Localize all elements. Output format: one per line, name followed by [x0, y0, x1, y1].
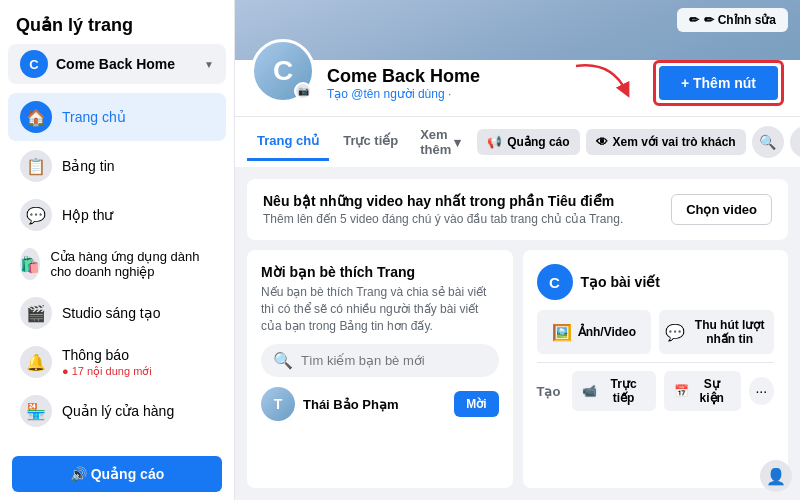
home-icon: 🏠: [20, 101, 52, 133]
featured-title: Nêu bật những video hay nhất trong phần …: [263, 193, 623, 209]
sidebar: Quản lý trang C Come Back Home ▼ 🏠 Trang…: [0, 0, 235, 500]
shop-icon: 🛍️: [20, 248, 40, 280]
page-profile-avatar: C 📷: [251, 39, 315, 103]
store-icon: 🏪: [20, 395, 52, 427]
more-dots-icon: ···: [755, 383, 767, 399]
tab-xem-them[interactable]: Xem thêm ▾: [412, 117, 469, 167]
quang-cao-button[interactable]: 📢 Quảng cáo: [477, 129, 579, 155]
main-content: ✏ ✏ Chỉnh sửa C 📷 Come Back Home Tạo @tê…: [235, 0, 800, 500]
search-icon: 🔍: [273, 351, 293, 370]
sidebar-item-thong-bao[interactable]: 🔔 Thông báo ● 17 nội dung mới: [8, 338, 226, 386]
profile-header: ✏ ✏ Chỉnh sửa C 📷 Come Back Home Tạo @tê…: [235, 0, 800, 167]
invite-friend-button[interactable]: Mời: [454, 391, 498, 417]
featured-subtitle: Thêm lên đến 5 video đáng chú ý vào đầu …: [263, 212, 623, 226]
sidebar-item-label: Thông báo: [62, 347, 152, 363]
friend-avatar: T: [261, 387, 295, 421]
event-button[interactable]: 📅 Sự kiện: [664, 371, 741, 411]
chevron-down-icon: ▾: [454, 135, 461, 150]
bottom-row: Mời bạn bè thích Trang Nếu bạn bè thích …: [247, 250, 788, 488]
cover-photo: ✏ ✏ Chỉnh sửa: [235, 0, 800, 60]
pencil-icon: ✏: [689, 13, 699, 27]
search-friend-input[interactable]: [301, 353, 487, 368]
sidebar-item-label: Cửa hàng ứng dụng dành cho doanh nghiệp: [50, 249, 214, 279]
post-card-title: Tạo bài viết: [581, 274, 660, 290]
notification-badge: ● 17 nội dung mới: [62, 365, 152, 378]
sidebar-item-label: Trang chủ: [62, 109, 126, 125]
profile-text: Come Back Home Tạo @tên người dùng ·: [327, 66, 559, 101]
add-button-container: + Thêm nút: [653, 60, 784, 106]
search-friend-box[interactable]: 🔍: [261, 344, 499, 377]
invite-subtitle: Nếu bạn bè thích Trang và chia sẻ bài vi…: [261, 284, 499, 334]
red-arrow-annotation: [571, 61, 631, 101]
post-page-avatar: C: [537, 264, 573, 300]
edit-page-button[interactable]: ✏ ✏ Chỉnh sửa: [677, 8, 788, 32]
photo-video-button[interactable]: 🖼️ Ảnh/Video: [537, 310, 652, 354]
sidebar-item-label: Hộp thư: [62, 207, 113, 223]
sidebar-item-studio[interactable]: 🎬 Studio sáng tạo: [8, 289, 226, 337]
sidebar-title: Quản lý trang: [0, 0, 234, 44]
sidebar-item-hop-thu[interactable]: 💬 Hộp thư: [8, 191, 226, 239]
add-button[interactable]: + Thêm nút: [659, 66, 778, 100]
megaphone-icon: 📢: [487, 135, 502, 149]
page-selector[interactable]: C Come Back Home ▼: [8, 44, 226, 84]
messenger-icon: 💬: [665, 323, 685, 342]
sidebar-item-trang-chu[interactable]: 🏠 Trang chủ: [8, 93, 226, 141]
friend-name: Thái Bảo Phạm: [303, 397, 446, 412]
sidebar-item-label: Quản lý cửa hàng: [62, 403, 174, 419]
profile-info-row: C 📷 Come Back Home Tạo @tên người dùng ·: [235, 60, 800, 116]
page-username-link[interactable]: Tạo @tên người dùng ·: [327, 87, 559, 101]
sidebar-nav: 🏠 Trang chủ 📋 Bảng tin 💬 Hộp thư 🛍️ Cửa …: [0, 88, 234, 448]
live-icon: 📹: [582, 384, 597, 398]
sidebar-item-quan-ly-cua-hang[interactable]: 🏪 Quản lý cửa hàng: [8, 387, 226, 435]
page-tabs: Trang chủ Trực tiếp Xem thêm ▾ 📢 Quảng c…: [235, 116, 800, 167]
friend-row: T Thái Bảo Phạm Mời: [261, 387, 499, 421]
page-body: Nêu bật những video hay nhất trong phần …: [235, 167, 800, 500]
bell-icon: 🔔: [20, 346, 52, 378]
tab-actions: 📢 Quảng cáo 👁 Xem với vai trò khách 🔍 ··…: [477, 126, 800, 158]
page-display-name: Come Back Home: [327, 66, 559, 87]
news-icon: 📋: [20, 150, 52, 182]
sidebar-item-bang-tin[interactable]: 📋 Bảng tin: [8, 142, 226, 190]
ad-button[interactable]: 🔊 Quảng cáo: [12, 456, 222, 492]
post-bottom-actions: Tạo 📹 Trực tiếp 📅 Sự kiện ···: [537, 362, 775, 411]
tab-truc-tiep[interactable]: Trực tiếp: [333, 123, 408, 161]
invite-card: Mời bạn bè thích Trang Nếu bạn bè thích …: [247, 250, 513, 488]
invite-title: Mời bạn bè thích Trang: [261, 264, 499, 280]
studio-icon: 🎬: [20, 297, 52, 329]
featured-section: Nêu bật những video hay nhất trong phần …: [247, 179, 788, 240]
create-label: Tạo: [537, 384, 561, 399]
search-icon: 🔍: [759, 134, 776, 150]
live-button[interactable]: 📹 Trực tiếp: [572, 371, 655, 411]
choose-video-button[interactable]: Chọn video: [671, 194, 772, 225]
post-card-header: C Tạo bài viết: [537, 264, 775, 300]
xem-vai-tro-button[interactable]: 👁 Xem với vai trò khách: [586, 129, 746, 155]
sidebar-item-label: Bảng tin: [62, 158, 115, 174]
search-tab-button[interactable]: 🔍: [752, 126, 784, 158]
featured-text: Nêu bật những video hay nhất trong phần …: [263, 193, 623, 226]
chevron-down-icon: ▼: [204, 59, 214, 70]
tab-trang-chu[interactable]: Trang chủ: [247, 123, 329, 161]
sidebar-item-label: Studio sáng tạo: [62, 305, 161, 321]
event-icon: 📅: [674, 384, 689, 398]
post-actions: 🖼️ Ảnh/Video 💬 Thu hút lượt nhấn tin: [537, 310, 775, 354]
person-icon: 👤: [766, 467, 786, 486]
camera-icon[interactable]: 📷: [294, 82, 312, 100]
sidebar-item-cua-hang[interactable]: 🛍️ Cửa hàng ứng dụng dành cho doanh nghi…: [8, 240, 226, 288]
attract-clicks-button[interactable]: 💬 Thu hút lượt nhấn tin: [659, 310, 774, 354]
more-tab-button[interactable]: ···: [790, 126, 800, 158]
image-icon: 🖼️: [552, 323, 572, 342]
page-avatar: C: [20, 50, 48, 78]
user-icon[interactable]: 👤: [760, 460, 792, 492]
eye-icon: 👁: [596, 135, 608, 149]
page-name: Come Back Home: [56, 56, 204, 72]
inbox-icon: 💬: [20, 199, 52, 231]
more-post-options-button[interactable]: ···: [749, 377, 774, 405]
post-card: C Tạo bài viết 🖼️ Ảnh/Video 💬 Thu hút lư…: [523, 250, 789, 488]
